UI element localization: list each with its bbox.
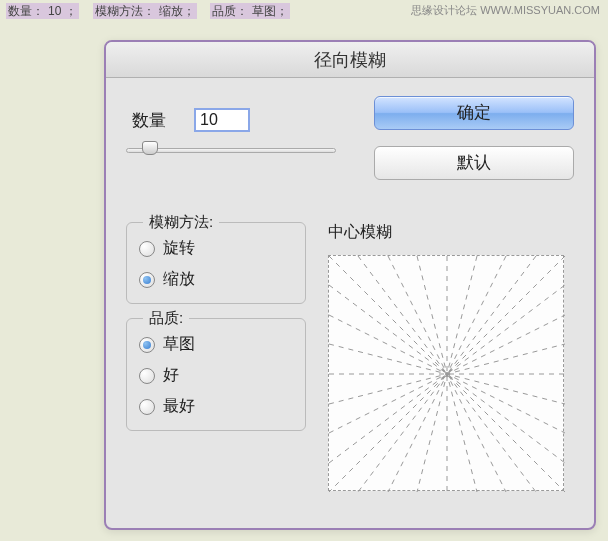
blur-method-group: 模糊方法: 旋转 缩放 bbox=[126, 222, 306, 304]
blur-center-preview[interactable] bbox=[328, 255, 564, 491]
radio-icon bbox=[139, 241, 155, 257]
quality-group: 品质: 草图 好 最好 bbox=[126, 318, 306, 431]
amount-input[interactable] bbox=[194, 108, 250, 132]
radio-label: 草图 bbox=[163, 334, 195, 355]
radio-draft[interactable]: 草图 bbox=[139, 329, 293, 360]
radio-label: 好 bbox=[163, 365, 179, 386]
radio-spin[interactable]: 旋转 bbox=[139, 233, 293, 264]
preview-title: 中心模糊 bbox=[328, 222, 574, 243]
zoom-rays-icon bbox=[329, 256, 565, 492]
radio-label: 最好 bbox=[163, 396, 195, 417]
quality-title: 品质: bbox=[143, 309, 189, 328]
dialog-title: 径向模糊 bbox=[106, 42, 594, 78]
reset-button[interactable]: 默认 bbox=[374, 146, 574, 180]
watermark: 思缘设计论坛 WWW.MISSYUAN.COM bbox=[411, 3, 600, 18]
amount-label: 数量 bbox=[132, 109, 166, 132]
radio-zoom[interactable]: 缩放 bbox=[139, 264, 293, 295]
radial-blur-dialog: 径向模糊 数量 确定 默认 模糊方法: bbox=[104, 40, 596, 530]
radio-icon bbox=[139, 337, 155, 353]
blur-method-title: 模糊方法: bbox=[143, 213, 219, 232]
radio-label: 缩放 bbox=[163, 269, 195, 290]
radio-good[interactable]: 好 bbox=[139, 360, 293, 391]
slider-thumb[interactable] bbox=[142, 141, 158, 155]
radio-best[interactable]: 最好 bbox=[139, 391, 293, 422]
radio-icon bbox=[139, 272, 155, 288]
radio-label: 旋转 bbox=[163, 238, 195, 259]
radio-icon bbox=[139, 368, 155, 384]
ok-button[interactable]: 确定 bbox=[374, 96, 574, 130]
radio-icon bbox=[139, 399, 155, 415]
amount-slider[interactable] bbox=[126, 140, 336, 160]
